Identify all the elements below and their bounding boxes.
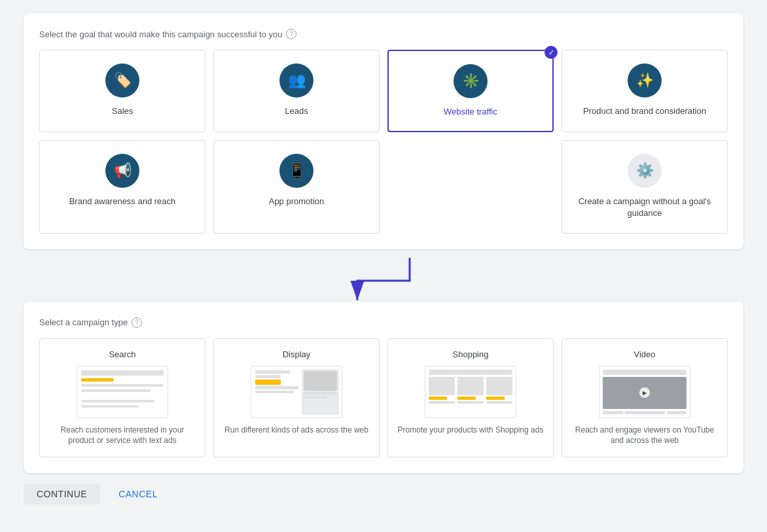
goals-row-1: 🏷️ Sales 👥 Leads ✓ ✳️ Website traffic ✨ … bbox=[39, 50, 728, 132]
goal-no-guidance-label: Create a campaign without a goal's guida… bbox=[573, 196, 717, 219]
campaign-search-desc: Reach customers interested in your produ… bbox=[48, 425, 197, 447]
goal-brand-consideration-label: Product and brand consideration bbox=[583, 105, 706, 117]
shopping-mockup bbox=[425, 366, 516, 418]
website-traffic-icon: ✳️ bbox=[454, 64, 488, 98]
page-wrapper: Select the goal that would make this cam… bbox=[24, 13, 743, 505]
goal-section-label: Select the goal that would make this cam… bbox=[39, 29, 728, 39]
goal-leads[interactable]: 👥 Leads bbox=[213, 50, 380, 132]
play-icon: ▶ bbox=[639, 387, 650, 398]
campaign-shopping-label: Shopping bbox=[453, 349, 489, 359]
app-promotion-icon: 📱 bbox=[279, 154, 313, 188]
continue-button[interactable]: CONTINUE bbox=[24, 484, 100, 505]
goal-website-traffic[interactable]: ✓ ✳️ Website traffic bbox=[387, 50, 554, 132]
goal-awareness[interactable]: 📢 Brand awareness and reach bbox=[39, 140, 205, 233]
campaign-display[interactable]: Display bbox=[213, 338, 380, 458]
campaign-type-help-icon[interactable]: ? bbox=[132, 317, 142, 328]
goal-selection-card: Select the goal that would make this cam… bbox=[24, 13, 743, 249]
goal-leads-label: Leads bbox=[285, 105, 308, 117]
goal-awareness-label: Brand awareness and reach bbox=[69, 196, 176, 207]
campaign-search-label: Search bbox=[109, 349, 135, 359]
campaign-video[interactable]: Video ▶ Reach and engage viewers on YouT… bbox=[562, 338, 728, 458]
goals-row-2: 📢 Brand awareness and reach 📱 App promot… bbox=[39, 140, 728, 233]
campaign-display-label: Display bbox=[283, 349, 311, 359]
goal-sales-label: Sales bbox=[112, 105, 134, 117]
cancel-button[interactable]: CANCEL bbox=[108, 484, 168, 505]
goal-brand-consideration[interactable]: ✨ Product and brand consideration bbox=[562, 50, 728, 132]
arrow-connector bbox=[24, 255, 743, 307]
goal-app-promotion-label: App promotion bbox=[269, 196, 325, 207]
campaign-video-label: Video bbox=[633, 349, 655, 359]
brand-consideration-icon: ✨ bbox=[628, 63, 662, 98]
campaign-video-desc: Reach and engage viewers on YouTube and … bbox=[570, 425, 719, 447]
campaign-display-desc: Run different kinds of ads across the we… bbox=[224, 425, 368, 436]
goal-help-icon[interactable]: ? bbox=[286, 29, 296, 39]
goal-sales[interactable]: 🏷️ Sales bbox=[39, 50, 205, 132]
awareness-icon: 📢 bbox=[105, 154, 139, 188]
goal-website-traffic-label: Website traffic bbox=[444, 106, 497, 118]
bottom-buttons: CONTINUE CANCEL bbox=[24, 484, 743, 505]
goal-app-promotion[interactable]: 📱 App promotion bbox=[213, 140, 380, 233]
goal-no-guidance[interactable]: ⚙️ Create a campaign without a goal's gu… bbox=[562, 140, 728, 233]
display-mockup bbox=[251, 366, 342, 418]
campaign-types-grid: Search Reach customers interested in you… bbox=[39, 338, 728, 458]
no-guidance-icon: ⚙️ bbox=[628, 154, 662, 188]
campaign-search[interactable]: Search Reach customers interested in you… bbox=[39, 338, 205, 458]
campaign-shopping-desc: Promote your products with Shopping ads bbox=[398, 425, 544, 436]
sales-icon: 🏷️ bbox=[105, 63, 139, 98]
selected-checkmark: ✓ bbox=[544, 46, 558, 59]
campaign-shopping[interactable]: Shopping bbox=[387, 338, 554, 458]
campaign-type-section-label: Select a campaign type ? bbox=[39, 317, 728, 328]
search-mockup bbox=[77, 366, 168, 418]
leads-icon: 👥 bbox=[279, 63, 313, 98]
campaign-type-card: Select a campaign type ? Search Reach cu… bbox=[24, 302, 743, 474]
video-mockup: ▶ bbox=[599, 366, 690, 418]
